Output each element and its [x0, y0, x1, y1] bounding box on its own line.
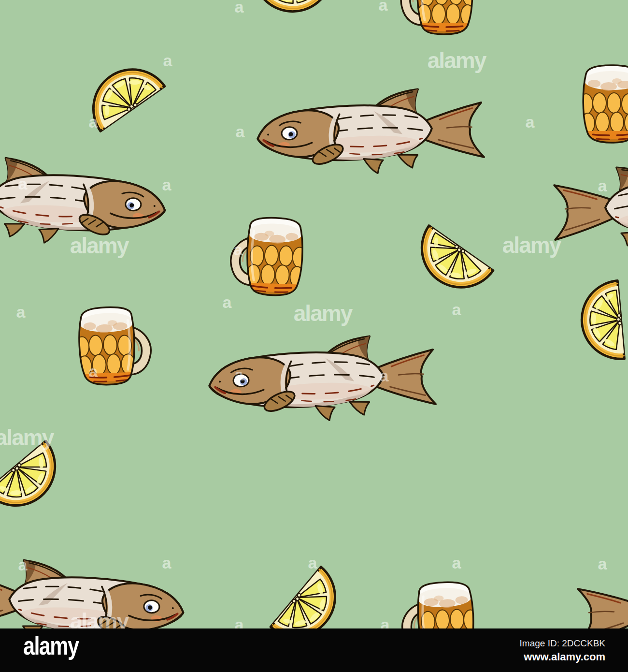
watermark-letter: a: [223, 293, 232, 311]
watermark-letter: a: [89, 362, 99, 380]
pattern-lemon: [250, 0, 331, 15]
watermark-letter: a: [16, 303, 26, 321]
alamy-url: www.alamy.com: [524, 651, 605, 663]
watermark-letter: a: [598, 555, 608, 573]
pattern-mug: [74, 304, 152, 386]
image-id-label: Image ID: 2DCCKBK: [520, 638, 605, 649]
watermark-letter: a: [236, 122, 245, 141]
stock-image-page: { "canvas": {"width": 1300, "height": 13…: [0, 0, 628, 672]
pattern-lemon: [579, 281, 625, 362]
pattern-fish: [553, 162, 628, 252]
watermark-letter: a: [598, 176, 608, 195]
watermark-letter: a: [162, 554, 172, 572]
watermark-letter: a: [379, 0, 388, 14]
watermark-letter: a: [163, 51, 173, 70]
pattern-canvas: aaaaaaaaaaaaaaaaaaaaaaaalamyalamyalamyal…: [0, 0, 628, 672]
watermark-letter: a: [235, 0, 244, 16]
watermark-letter: a: [89, 113, 99, 131]
pattern-lemon: [407, 225, 493, 303]
footer-bar: alamy Image ID: 2DCCKBK www.alamy.com: [0, 628, 628, 672]
pattern-fish: [256, 87, 485, 177]
watermark-word: alamy: [294, 301, 353, 326]
watermark-letter: a: [235, 365, 244, 384]
watermark-word: alamy: [428, 48, 487, 73]
watermark-letter: a: [18, 555, 28, 574]
watermark-letter: a: [18, 175, 28, 193]
watermark-letter: a: [308, 554, 318, 572]
watermark-letter: a: [380, 366, 389, 385]
pattern-lemon: [0, 441, 71, 522]
watermark-letter: a: [452, 300, 462, 319]
watermark-letter: a: [234, 240, 243, 259]
watermark-letter: a: [526, 113, 535, 131]
watermark-letter: a: [452, 554, 462, 572]
watermark-word: alamy: [70, 233, 129, 258]
pattern-mug: [579, 63, 628, 143]
pattern-mug: [401, 0, 476, 34]
alamy-logo: alamy: [23, 632, 79, 658]
watermark-letter: a: [162, 175, 172, 194]
watermark-word: alamy: [0, 425, 55, 450]
watermark-word: alamy: [502, 233, 562, 258]
